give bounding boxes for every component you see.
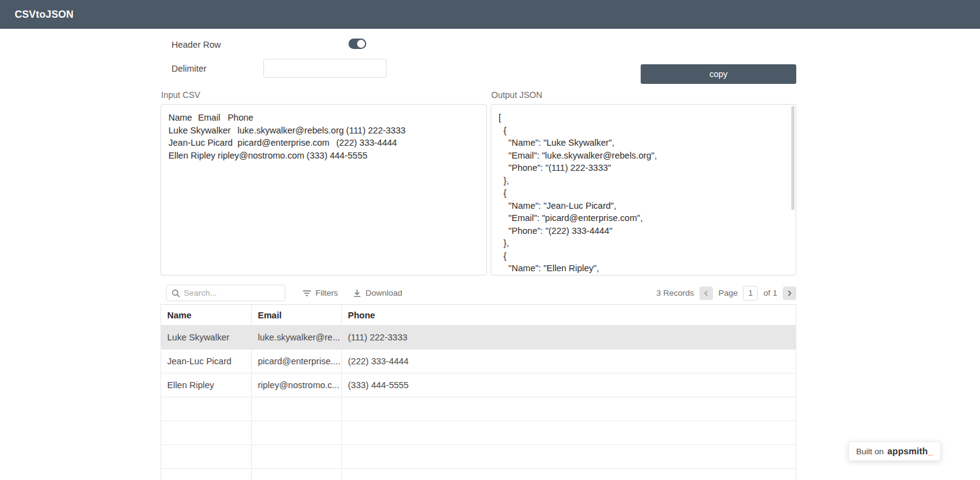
- header-row-toggle[interactable]: [349, 39, 366, 49]
- screen: CSVtoJSON Header Row Delimiter copy Inpu…: [0, 0, 980, 480]
- download-label: Download: [366, 288, 402, 298]
- cell-email: luke.skywalker@re...: [252, 326, 342, 349]
- input-csv-editor[interactable]: Name Email Phone Luke Skywalker luke.sky…: [160, 104, 487, 276]
- cell-phone: (222) 333-4444: [342, 350, 796, 373]
- chevron-right-icon: [786, 290, 793, 297]
- appsmith-logo: appsmith _: [888, 446, 933, 456]
- page-label: Page: [718, 288, 738, 298]
- output-json-label: Output JSON: [491, 90, 542, 100]
- input-csv-text: Name Email Phone Luke Skywalker luke.sky…: [161, 105, 486, 168]
- filters-button[interactable]: Filters: [303, 288, 338, 298]
- built-on-appsmith-badge[interactable]: Built on appsmith _: [848, 441, 941, 461]
- app-title: CSVtoJSON: [15, 9, 74, 20]
- filter-icon: [303, 289, 311, 298]
- app-header: CSVtoJSON: [0, 0, 980, 29]
- pagination: 3 Records Page of 1: [656, 286, 796, 301]
- cell-phone: (333) 444-5555: [342, 373, 796, 397]
- table-toolbar: Filters Download 3 Records Page: [160, 282, 796, 304]
- table-row[interactable]: Ellen Ripley ripley@nostromo.c... (333) …: [161, 373, 796, 397]
- table-search[interactable]: [166, 285, 285, 301]
- records-table: Filters Download 3 Records Page: [160, 282, 796, 480]
- output-json-viewer[interactable]: [ { "Name": "Luke Skywalker", "Email": "…: [491, 104, 796, 276]
- table-row-empty: [161, 445, 796, 469]
- download-icon: [353, 289, 361, 298]
- built-on-label: Built on: [856, 447, 884, 456]
- next-page-button[interactable]: [783, 287, 796, 300]
- cell-email: ripley@nostromo.c...: [252, 373, 342, 397]
- table-row-empty: [161, 421, 796, 445]
- column-header-phone[interactable]: Phone: [342, 305, 796, 325]
- table-row[interactable]: Jean-Luc Picard picard@enterprise.... (2…: [161, 350, 796, 373]
- search-input[interactable]: [184, 288, 280, 298]
- record-count: 3 Records: [656, 288, 694, 298]
- input-csv-label: Input CSV: [161, 90, 200, 100]
- table-row[interactable]: Luke Skywalker luke.skywalker@re... (111…: [161, 326, 796, 350]
- search-icon: [172, 289, 180, 298]
- column-header-email[interactable]: Email: [252, 305, 342, 325]
- prev-page-button[interactable]: [699, 287, 713, 300]
- scrollbar-thumb[interactable]: [791, 106, 794, 210]
- delimiter-input[interactable]: [263, 59, 386, 78]
- toggle-knob: [357, 40, 365, 48]
- copy-button[interactable]: copy: [641, 64, 796, 84]
- cell-name: Luke Skywalker: [161, 326, 252, 349]
- cell-name: Ellen Ripley: [161, 373, 252, 397]
- appsmith-wordmark: appsmith: [888, 446, 928, 456]
- header-row-label: Header Row: [172, 40, 221, 50]
- page-of-label: of 1: [763, 288, 777, 298]
- filters-label: Filters: [315, 288, 338, 298]
- download-button[interactable]: Download: [353, 288, 402, 298]
- page-input[interactable]: [743, 286, 758, 301]
- output-json-text: [ { "Name": "Luke Skywalker", "Email": "…: [491, 105, 796, 276]
- cell-name: Jean-Luc Picard: [161, 350, 252, 373]
- cell-email: picard@enterprise....: [252, 350, 342, 373]
- table-row-empty: [161, 469, 796, 480]
- table-grid: Name Email Phone Luke Skywalker luke.sky…: [160, 304, 796, 480]
- appsmith-cursor: _: [928, 446, 933, 456]
- column-header-name[interactable]: Name: [161, 305, 252, 325]
- delimiter-label: Delimiter: [172, 64, 206, 73]
- table-row-empty: [161, 397, 796, 421]
- chevron-left-icon: [703, 290, 710, 297]
- table-header-row: Name Email Phone: [161, 304, 796, 326]
- cell-phone: (111) 222-3333: [342, 326, 796, 349]
